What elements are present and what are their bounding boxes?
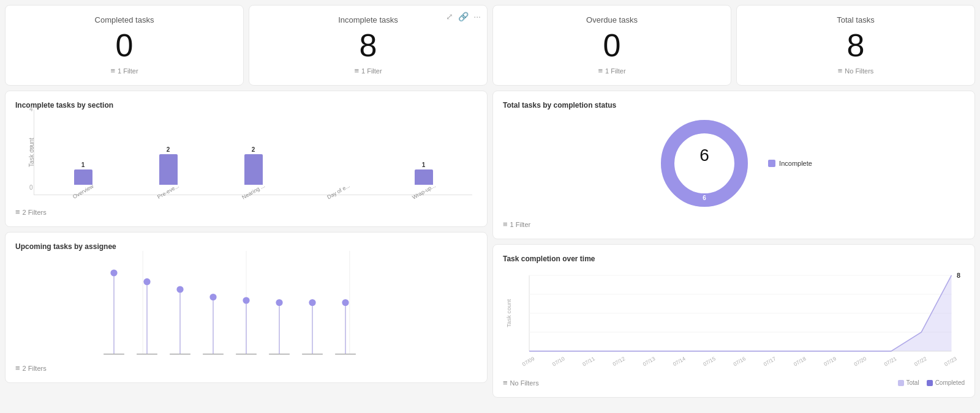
donut-title: Total tasks by completion status: [503, 101, 965, 110]
stat-filter-2[interactable]: 1 Filter: [598, 66, 625, 75]
bar-x-label: Wrap-up...: [411, 182, 436, 201]
donut-svg-container: 6 6: [655, 114, 753, 212]
bar-x-label: Pre-eve...: [156, 183, 180, 200]
stat-value-1: 8: [360, 29, 377, 61]
svg-text:07/11: 07/11: [581, 355, 596, 368]
expand-icon[interactable]: ⤢: [446, 12, 453, 21]
area-legend-color: [927, 380, 933, 386]
svg-point-7: [143, 278, 150, 285]
bar-chart-title: Incomplete tasks by section: [15, 101, 477, 110]
bar-group: 1 Wrap-up...: [381, 162, 466, 195]
donut-area: 6 6 Incomplete: [503, 110, 965, 217]
svg-text:07/17: 07/17: [763, 355, 777, 368]
area-legend-label: Total: [907, 379, 919, 386]
bars-area: 1 Overview 2 Pre-eve... 2: [34, 110, 472, 195]
bar: [74, 169, 92, 185]
stat-value-0: 0: [116, 29, 134, 61]
stat-title-3: Total tasks: [837, 15, 874, 24]
lollipop-title: Upcoming tasks by assignee: [15, 242, 477, 251]
right-column: Total tasks by completion status 6 6 Inc…: [492, 91, 975, 398]
bar-chart-card: Incomplete tasks by section Task count 4…: [5, 91, 488, 227]
svg-point-16: [243, 297, 249, 303]
svg-point-22: [309, 299, 315, 306]
stat-title-1: Incomplete tasks: [338, 15, 398, 24]
stat-card-2: Overdue tasks 0 1 Filter: [492, 5, 731, 86]
svg-text:6: 6: [703, 195, 706, 201]
bar-x-label: Overview: [72, 183, 94, 199]
svg-text:07/14: 07/14: [672, 355, 687, 368]
stat-filter-0[interactable]: 1 Filter: [110, 66, 138, 75]
legend-color: [768, 160, 775, 167]
svg-text:07/21: 07/21: [883, 355, 898, 368]
svg-text:07/10: 07/10: [551, 355, 566, 368]
stat-cards-row: Completed tasks 0 1 Filter Incomplete ta…: [0, 0, 980, 91]
svg-text:07/18: 07/18: [793, 355, 807, 368]
more-icon[interactable]: ···: [473, 12, 481, 21]
stat-value-2: 0: [603, 29, 621, 61]
svg-text:07/23: 07/23: [943, 355, 958, 368]
left-column: Incomplete tasks by section Task count 4…: [5, 91, 488, 398]
area-chart-bottom: No Filters Total Completed: [503, 376, 965, 387]
bar-chart-filter[interactable]: 2 Filters: [15, 207, 477, 217]
bar: [415, 169, 433, 185]
legend-label: Incomplete: [779, 160, 812, 167]
svg-text:07/12: 07/12: [611, 355, 626, 368]
bar-x-label: Nearing ...: [241, 182, 266, 200]
bar-chart-area: Task count 420 1 Overview 2: [34, 110, 472, 195]
svg-text:07/13: 07/13: [642, 355, 657, 368]
stat-card-0: Completed tasks 0 1 Filter: [5, 5, 244, 86]
svg-text:07/16: 07/16: [732, 355, 747, 368]
area-chart-title: Task completion over time: [503, 255, 965, 263]
stat-title-2: Overdue tasks: [586, 15, 638, 24]
lollipop-chart: [15, 251, 477, 361]
area-legend-label: Completed: [935, 379, 965, 386]
bar: [244, 154, 263, 185]
bar-group: 2 Nearing ...: [211, 146, 296, 195]
donut-legend: Incomplete: [768, 160, 812, 167]
bar: [159, 154, 178, 185]
area-chart-filter[interactable]: No Filters: [503, 378, 539, 387]
bar-chart: Task count 420 1 Overview 2: [15, 110, 477, 195]
donut-filter[interactable]: 1 Filter: [503, 220, 965, 229]
charts-row: Incomplete tasks by section Task count 4…: [0, 91, 980, 403]
y-ticks: 420: [29, 110, 33, 195]
stat-card-1: Incomplete tasks 8 1 Filter ⤢ 🔗 ···: [249, 5, 488, 86]
lollipop-filter[interactable]: 2 Filters: [15, 363, 477, 373]
svg-text:Task count: Task count: [505, 299, 512, 327]
lollipop-svg: [28, 251, 465, 361]
stat-filter-3[interactable]: No Filters: [838, 66, 874, 75]
svg-text:07/09: 07/09: [521, 355, 536, 368]
stat-title-0: Completed tasks: [95, 15, 154, 24]
svg-point-19: [276, 299, 282, 306]
donut-svg: 6 6: [655, 114, 753, 212]
bar-x-label: Day of e...: [326, 182, 351, 200]
svg-text:8: 8: [957, 272, 960, 279]
svg-point-10: [176, 286, 183, 292]
stat-filter-1[interactable]: 1 Filter: [354, 66, 382, 75]
svg-text:6: 6: [699, 146, 709, 165]
svg-text:07/20: 07/20: [853, 355, 867, 368]
area-chart: 07/0907/1007/1107/1207/1307/1407/1507/16…: [503, 263, 965, 373]
area-legend-item: Completed: [927, 379, 965, 386]
svg-text:07/15: 07/15: [702, 355, 717, 368]
area-legend-item: Total: [898, 379, 919, 386]
svg-point-25: [342, 299, 349, 306]
legend-item: Incomplete: [768, 160, 812, 167]
bar-group: 2 Pre-eve...: [126, 146, 211, 195]
bar-group: 1 Overview: [40, 162, 126, 195]
donut-card: Total tasks by completion status 6 6 Inc…: [492, 91, 975, 239]
bar-group: Day of e...: [296, 185, 381, 195]
stat-card-3: Total tasks 8 No Filters: [736, 5, 975, 86]
link-icon[interactable]: 🔗: [458, 12, 469, 21]
area-chart-card: Task completion over time 07/0907/1007/1…: [492, 244, 975, 398]
stat-value-3: 8: [847, 29, 865, 61]
area-legend-color: [898, 380, 904, 386]
svg-text:07/22: 07/22: [913, 355, 928, 368]
area-chart-legend: Total Completed: [898, 379, 965, 386]
svg-point-13: [209, 294, 216, 300]
area-chart-svg: 07/0907/1007/1107/1207/1307/1407/1507/16…: [503, 263, 965, 373]
svg-point-4: [110, 269, 117, 276]
svg-text:07/19: 07/19: [823, 355, 837, 368]
lollipop-card: Upcoming tasks by assignee: [5, 232, 488, 383]
